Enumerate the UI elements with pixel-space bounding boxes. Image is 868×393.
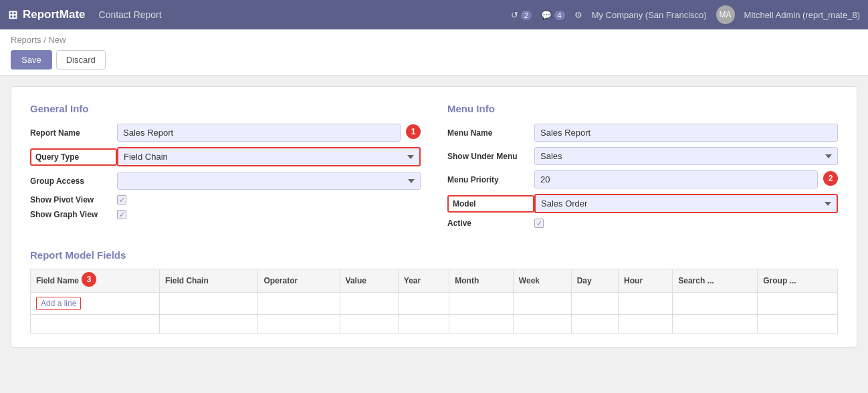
show-pivot-label: Show Pivot View	[30, 195, 117, 205]
step-2-badge: 2	[823, 171, 838, 186]
save-button[interactable]: Save	[11, 50, 52, 70]
empty-cell-8	[571, 293, 618, 315]
checkmark: ✓	[536, 219, 542, 228]
show-pivot-row: Show Pivot View ✓	[30, 195, 421, 205]
col-year: Year	[398, 269, 449, 293]
menu-priority-label: Menu Priority	[447, 175, 534, 184]
active-label: Active	[447, 219, 534, 228]
general-info-title: General Info	[30, 103, 421, 114]
empty-cell-3	[258, 293, 340, 315]
menu-priority-value-wrapper	[534, 170, 818, 188]
col-group: Group ...	[758, 269, 838, 293]
settings-icon[interactable]: ⚙	[574, 10, 582, 20]
general-info-section: General Info Report Name 1 Query Type Fi…	[30, 103, 421, 233]
er1-c2	[160, 315, 258, 334]
empty-cell-11	[758, 293, 838, 315]
form-card: General Info Report Name 1 Query Type Fi…	[11, 86, 857, 348]
step-3-badge: 3	[82, 272, 96, 287]
er1-c11	[758, 315, 838, 334]
company-label: My Company (San Francisco)	[592, 10, 707, 20]
top-navigation: ⊞ ReportMate Contact Report ↺ 2 💬 4 ⚙ My…	[0, 0, 868, 29]
col-month: Month	[449, 269, 514, 293]
discard-button[interactable]: Discard	[56, 50, 106, 70]
show-pivot-checkbox[interactable]: ✓	[117, 195, 126, 205]
model-label: Model	[447, 195, 534, 213]
query-type-row: Query Type Field Chain Standard	[30, 147, 421, 166]
model-row: Model Sales Order	[447, 194, 838, 213]
report-model-fields-table: Field Name 3 Field Chain Operator Value …	[30, 269, 838, 334]
query-type-wrapper: Field Chain Standard	[117, 147, 421, 166]
show-under-row: Show Under Menu Sales	[447, 147, 838, 165]
report-name-label: Report Name	[30, 128, 117, 138]
sections-row: General Info Report Name 1 Query Type Fi…	[30, 103, 838, 233]
show-under-select[interactable]: Sales	[534, 147, 838, 165]
app-name: ReportMate	[23, 8, 86, 21]
er1-c1	[31, 315, 160, 334]
add-line-button[interactable]: Add a line	[36, 297, 81, 310]
menu-priority-input[interactable]	[534, 170, 818, 188]
model-value-wrapper: Sales Order	[534, 194, 838, 213]
er1-c4	[340, 315, 398, 334]
current-report-label: Contact Report	[99, 9, 162, 20]
empty-cell-10	[673, 293, 758, 315]
report-model-fields-section: Report Model Fields Field Name 3 Field C…	[30, 249, 838, 334]
query-type-select[interactable]: Field Chain Standard	[117, 147, 421, 166]
app-logo: ⊞ ReportMate	[8, 8, 86, 22]
menu-name-label: Menu Name	[447, 128, 534, 138]
group-access-select[interactable]	[117, 172, 421, 190]
breadcrumb-bar: Reports / New Save Discard	[0, 29, 868, 76]
checkmark: ✓	[119, 211, 125, 219]
active-value: ✓	[534, 219, 838, 228]
refresh-icon[interactable]: ↺ 2	[511, 10, 532, 20]
checkmark: ✓	[119, 196, 125, 205]
er1-c7	[513, 315, 571, 334]
action-bar: Save Discard	[11, 50, 857, 75]
field-name-th-wrapper: Field Name 3	[36, 273, 96, 288]
empty-cell-4	[340, 293, 398, 315]
show-graph-checkbox[interactable]: ✓	[117, 210, 126, 219]
show-graph-label: Show Graph View	[30, 210, 117, 219]
menu-name-value-wrapper	[534, 124, 838, 142]
group-access-value-wrapper	[117, 172, 421, 190]
active-checkbox[interactable]: ✓	[534, 219, 544, 228]
menu-name-input[interactable]	[534, 124, 838, 142]
col-operator: Operator	[258, 269, 340, 293]
update-badge: 2	[521, 11, 532, 20]
chat-badge: 4	[554, 11, 565, 20]
main-scroll-area: General Info Report Name 1 Query Type Fi…	[0, 76, 868, 393]
empty-cell-2	[160, 293, 258, 315]
empty-cell-9	[619, 293, 673, 315]
group-access-row: Group Access	[30, 172, 421, 190]
grid-icon: ⊞	[8, 8, 17, 22]
er1-c3	[258, 315, 340, 334]
topnav-right-area: ↺ 2 💬 4 ⚙ My Company (San Francisco) MA …	[511, 5, 860, 24]
model-select[interactable]: Sales Order	[534, 194, 838, 213]
table-section-title: Report Model Fields	[30, 249, 838, 261]
er1-c10	[673, 315, 758, 334]
report-name-input[interactable]	[117, 124, 401, 142]
show-under-label: Show Under Menu	[447, 152, 534, 161]
col-value: Value	[340, 269, 398, 293]
menu-priority-row: Menu Priority 2	[447, 170, 838, 188]
group-access-label: Group Access	[30, 176, 117, 186]
er1-c9	[619, 315, 673, 334]
chat-icon[interactable]: 💬 4	[541, 10, 565, 20]
breadcrumb-text: Reports / New	[11, 35, 66, 45]
er1-c5	[398, 315, 449, 334]
er1-c8	[571, 315, 618, 334]
col-field-chain: Field Chain	[160, 269, 258, 293]
query-type-label: Query Type	[30, 148, 117, 166]
step-1-badge: 1	[406, 124, 421, 139]
col-day: Day	[571, 269, 618, 293]
show-graph-row: Show Graph View ✓	[30, 210, 421, 219]
er1-c6	[449, 315, 514, 334]
show-under-value-wrapper: Sales	[534, 147, 838, 165]
col-field-name: Field Name 3	[31, 269, 160, 293]
menu-info-section: Menu Info Menu Name Show Under Menu Sale…	[447, 103, 838, 233]
refresh-symbol: ↺	[511, 10, 518, 20]
report-name-row: Report Name 1	[30, 124, 421, 142]
report-name-value-wrapper	[117, 124, 401, 142]
add-line-cell: Add a line	[31, 293, 160, 315]
breadcrumb: Reports / New	[11, 35, 857, 45]
col-search: Search ...	[673, 269, 758, 293]
